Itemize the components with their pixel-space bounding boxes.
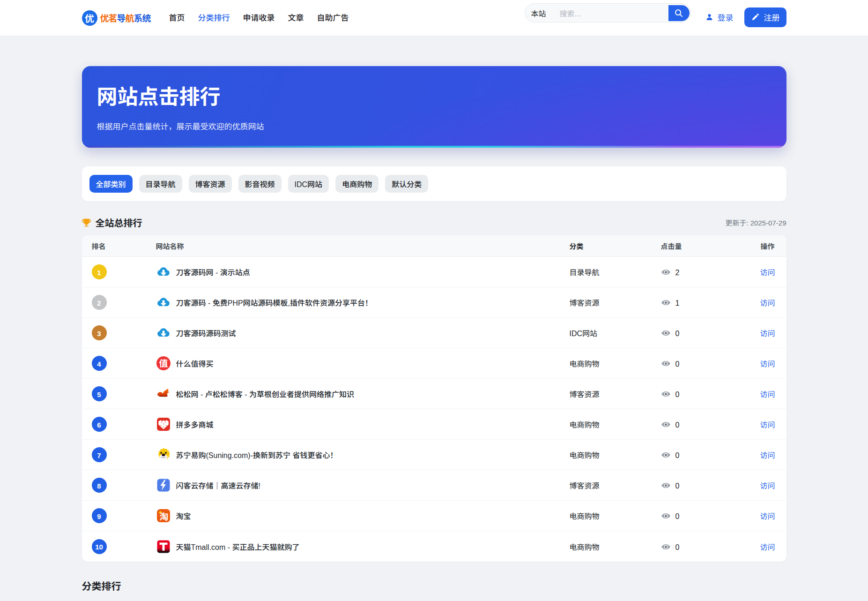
svg-text:淘: 淘: [159, 510, 168, 522]
svg-text:值: 值: [159, 356, 168, 369]
